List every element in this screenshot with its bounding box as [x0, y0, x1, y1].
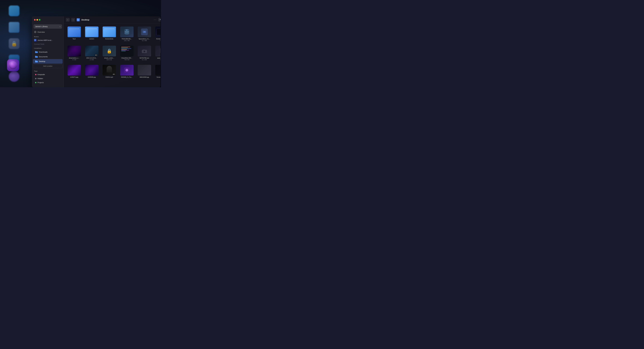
file-item-screenshots[interactable]: Screenshots	[102, 25, 117, 42]
location-folder-icon	[76, 18, 80, 21]
forward-button[interactable]: →	[71, 18, 75, 22]
folder-icon-desktop	[35, 60, 38, 63]
toolbar: ← → Desktop ··· 🔍 Search ⌘F	[64, 16, 160, 23]
nodes-section-header: Nodes	[32, 34, 64, 38]
file-thumb-sa702768	[138, 46, 151, 56]
file-thumb-dream-victim: 🔒	[102, 46, 116, 56]
main-window: Jamie's Library ▾ Overview	[32, 16, 160, 87]
file-name-spacedrive-zip: spacedrive.zip	[155, 57, 160, 59]
file-size-7923: 106.2 MB	[124, 40, 130, 41]
file-item-0nswq[interactable]: 0NSWQ_G_P.p...	[119, 64, 134, 79]
file-grid-row-1: Tauri random	[66, 25, 160, 42]
file-name-spacedrive: Spacedrive_0.1...	[137, 38, 152, 40]
file-name-imag0068: IMAG0068.jpg	[137, 76, 152, 78]
file-item-imag0068[interactable]: IMAG0068.jpg	[136, 64, 152, 79]
library-selector[interactable]: Jamie's Library ▾	[34, 24, 62, 29]
file-name-1049586: 1049586.jpg	[84, 76, 99, 78]
close-button[interactable]	[34, 19, 36, 21]
file-thumb-1049586	[85, 65, 98, 75]
folder-icon-documents	[35, 55, 38, 58]
overview-label: Overview	[38, 31, 45, 33]
file-item-tauri[interactable]: Tauri	[66, 25, 82, 42]
sidebar-item-documents[interactable]: Documents	[33, 54, 62, 59]
mkv-badge: MKV	[95, 54, 98, 56]
sidebar-item-downloads-label: Downloads	[39, 51, 48, 53]
file-item-dream-victim[interactable]: 🔒 dream_victim... 820.3 kB	[102, 44, 117, 61]
svg-rect-7	[35, 40, 36, 40]
sidebar-item-desktop[interactable]: Desktop	[33, 59, 62, 64]
keepsafe-dot-icon	[35, 74, 36, 75]
file-name-c0234: C0234.mp4	[102, 76, 116, 78]
dock-background: 🔒	[0, 0, 28, 87]
sidebar-item-keepsafe[interactable]: Keepsafe	[33, 72, 62, 76]
file-name-1193271: 1193271.jpg	[67, 76, 81, 78]
file-name-dreamstime: dreamstime_x...	[67, 57, 81, 59]
traffic-lights	[34, 19, 40, 21]
file-size-spacedrive-zip: 623 B	[160, 59, 160, 60]
file-thumb-2022: MKV	[85, 46, 98, 56]
file-item-screen-shot[interactable]: Screen Shot 2...	[154, 64, 160, 79]
sidebar-item-node[interactable]: Jamies-MBP.local...	[32, 38, 64, 42]
hidden-dot-icon	[35, 78, 36, 79]
file-item-dreamstime[interactable]: dreamstime_x... 4.4 MB	[66, 44, 82, 61]
file-size-dreamstime: 4.4 MB	[72, 59, 76, 60]
file-item-cleanshot[interactable]: CleanShot 202... 748.6 kB	[119, 44, 134, 61]
sidebar-item-projects[interactable]: Projects	[33, 81, 62, 84]
file-thumb-spacedrive-zip	[155, 46, 160, 56]
svg-point-1	[35, 32, 36, 32]
file-size-sa702768: 51.1 MB	[142, 59, 147, 60]
back-button[interactable]: ←	[66, 18, 70, 22]
sidebar-content: Overview Nodes Jamies-MBP.local... Conne…	[32, 30, 64, 87]
library-name: Jamie's Library	[35, 25, 48, 27]
file-name-0nswq: 0NSWQ_G_P.p...	[120, 76, 134, 78]
hidden-label: Hidden	[38, 77, 43, 79]
file-size-screen-recording: 7.8 MB	[160, 40, 160, 41]
folder-icon-downloads	[35, 51, 38, 53]
file-item-c0234[interactable]: MP4 C0234.mp4	[102, 64, 117, 79]
minimize-button[interactable]	[36, 19, 38, 21]
sidebar-item-downloads[interactable]: Downloads	[33, 50, 62, 54]
connect-node-label: Connect Node	[34, 43, 44, 45]
main-content: ← → Desktop ··· 🔍 Search ⌘F	[64, 16, 160, 87]
fullscreen-button[interactable]	[39, 19, 40, 21]
file-item-1193271[interactable]: 1193271.jpg	[66, 64, 82, 79]
file-item-screen-recording[interactable]: Screen Recordi... 7.8 MB	[154, 25, 160, 42]
sidebar: Jamie's Library ▾ Overview	[32, 16, 64, 87]
svg-point-10	[124, 33, 129, 34]
sidebar-item-documents-label: Documents	[39, 56, 48, 58]
file-item-spacedrive-zip[interactable]: spacedrive.zip 623 B	[154, 44, 160, 61]
sidebar-item-overview[interactable]: Overview	[32, 30, 64, 34]
file-thumb-random	[85, 26, 98, 37]
file-item-random[interactable]: random	[84, 25, 100, 42]
svg-point-16	[144, 51, 145, 52]
chevron-down-icon: ▾	[60, 26, 60, 27]
file-item-sa702768[interactable]: SA702768.arw 51.1 MB	[136, 44, 152, 61]
file-name-screen-shot: Screen Shot 2...	[155, 76, 160, 78]
file-item-1049586[interactable]: 1049586.jpg	[84, 64, 100, 79]
back-icon: ←	[67, 19, 69, 21]
file-grid: Tauri random	[64, 23, 160, 87]
file-thumb-c0234: MP4	[102, 65, 116, 75]
svg-point-12	[126, 30, 127, 30]
file-thumb-cleanshot	[120, 46, 134, 56]
more-options-button[interactable]: ···	[154, 18, 156, 21]
file-thumb-7923	[120, 26, 134, 37]
file-thumb-dreamstime	[68, 46, 81, 56]
file-name-sa702768: SA702768.arw	[137, 57, 152, 59]
connect-node-button[interactable]: Connect Node	[32, 42, 64, 46]
svg-point-11	[124, 31, 129, 33]
node-label: Jamies-MBP.local...	[38, 39, 53, 41]
file-grid-row-3: 1193271.jpg 1049586.jpg	[66, 64, 160, 79]
file-name-random: random	[84, 38, 99, 40]
sidebar-item-hidden[interactable]: Hidden	[33, 77, 62, 80]
file-item-2022[interactable]: MKV 2022-10-18 01... 2.6 MB	[84, 44, 100, 61]
file-item-7923[interactable]: 7923c368-85c... 106.2 MB	[119, 25, 134, 42]
add-location-button[interactable]: Add Location	[33, 64, 62, 68]
overview-icon	[34, 31, 36, 33]
file-item-spacedrive[interactable]: Spacedrive_0.1... 62.2 MB	[136, 25, 152, 42]
file-thumb-imag0068	[138, 65, 151, 75]
file-name-tauri: Tauri	[67, 38, 81, 40]
keepsafe-label: Keepsafe	[38, 73, 45, 75]
app-icon-purple-ball	[7, 59, 19, 71]
search-box[interactable]: 🔍 Search ⌘F	[158, 18, 160, 21]
